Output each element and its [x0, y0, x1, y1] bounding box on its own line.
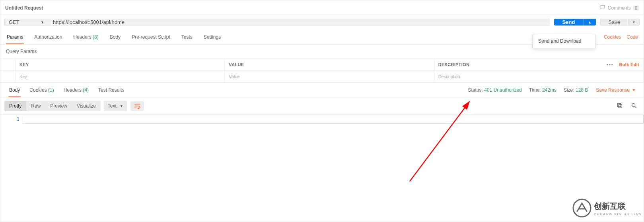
query-params-table: KEY VALUE DESCRIPTION ••• Bulk Edit Key …: [0, 58, 644, 83]
send-dropdown-toggle[interactable]: ▲: [583, 19, 596, 26]
chevron-down-icon: ▼: [41, 20, 44, 24]
tab-headers-count: (8): [93, 34, 99, 40]
value-input[interactable]: Value: [225, 71, 434, 82]
tab-headers[interactable]: Headers (8): [72, 30, 99, 44]
send-dropdown-menu: Send and Download: [532, 34, 596, 48]
row-handle-header: [0, 59, 16, 70]
view-pretty[interactable]: Pretty: [4, 101, 26, 111]
table-row: Key Value Description: [0, 71, 644, 83]
svg-point-5: [573, 199, 591, 217]
method-select[interactable]: GET ▼: [4, 19, 48, 26]
resp-tab-headers[interactable]: Headers (4): [63, 83, 89, 97]
tab-authorization[interactable]: Authorization: [33, 30, 63, 44]
svg-point-2: [632, 103, 635, 106]
code-link[interactable]: Code: [626, 34, 638, 40]
status-group: Status: 401 Unauthorized Time: 242ms Siz…: [468, 87, 588, 93]
tab-tests[interactable]: Tests: [181, 30, 193, 44]
time-value: 242ms: [542, 87, 556, 93]
status-value: 401 Unauthorized: [484, 87, 522, 93]
comments-button[interactable]: Comments 0: [600, 4, 639, 11]
size-label: Size: 128 B: [564, 87, 588, 93]
svg-text:CHUANG XIN HU LIAN: CHUANG XIN HU LIAN: [594, 212, 642, 216]
comment-icon: [600, 4, 605, 11]
send-button-group: Send ▲ Send and Download: [554, 19, 596, 26]
tab-headers-label: Headers: [73, 34, 91, 40]
comments-label: Comments: [608, 5, 631, 11]
wrap-lines-button[interactable]: [130, 101, 144, 111]
time-label: Time: 242ms: [529, 87, 556, 93]
resp-tab-headers-count: (4): [83, 87, 89, 93]
copy-icon[interactable]: [617, 102, 623, 110]
wrap-icon: [134, 103, 141, 109]
code-line[interactable]: [23, 115, 637, 124]
save-dropdown-toggle[interactable]: ▼: [628, 19, 640, 26]
col-key: KEY: [16, 59, 225, 70]
resp-tab-testresults[interactable]: Test Results: [97, 83, 125, 97]
resp-tab-cookies-label: Cookies: [29, 87, 47, 93]
scrollbar[interactable]: [637, 115, 644, 124]
save-response-button[interactable]: Save Response ▼: [596, 87, 636, 93]
row-handle[interactable]: [0, 71, 16, 82]
chevron-down-icon: ▼: [632, 88, 636, 92]
save-button-group: Save ▼: [600, 19, 640, 26]
col-value: VALUE: [225, 59, 434, 70]
url-value: https://localhost:5001/api/home: [53, 19, 125, 25]
save-response-label: Save Response: [596, 87, 630, 93]
content-type-select[interactable]: Text ▼: [104, 101, 127, 111]
svg-line-3: [635, 106, 636, 108]
line-number: 1: [0, 115, 23, 124]
view-mode-segmented: Pretty Raw Preview Visualize: [4, 101, 101, 111]
table-header-row: KEY VALUE DESCRIPTION ••• Bulk Edit: [0, 59, 644, 71]
response-body-pane: 1: [0, 115, 644, 124]
svg-rect-1: [618, 103, 621, 106]
comments-count-badge: 0: [633, 6, 639, 10]
view-visualize[interactable]: Visualize: [72, 101, 101, 111]
method-label: GET: [9, 19, 19, 25]
description-input[interactable]: Description: [434, 71, 644, 82]
tab-body[interactable]: Body: [109, 30, 121, 44]
url-input[interactable]: https://localhost:5001/api/home: [48, 19, 550, 26]
tab-prerequest[interactable]: Pre-request Script: [131, 30, 171, 44]
cookies-link[interactable]: Cookies: [604, 34, 621, 40]
bulk-edit-link[interactable]: Bulk Edit: [619, 62, 639, 67]
watermark-logo: 创新互联 CHUANG XIN HU LIAN: [571, 197, 642, 220]
send-button[interactable]: Send: [554, 19, 584, 26]
resp-tab-headers-label: Headers: [64, 87, 82, 93]
view-preview[interactable]: Preview: [45, 101, 72, 111]
tab-settings[interactable]: Settings: [203, 30, 222, 44]
more-options-icon[interactable]: •••: [607, 62, 614, 67]
resp-tab-cookies-count: (1): [48, 87, 54, 93]
size-value: 128 B: [576, 87, 588, 93]
send-and-download-item[interactable]: Send and Download: [533, 34, 595, 48]
url-row: GET ▼ https://localhost:5001/api/home Se…: [0, 15, 644, 29]
page-title: Untitled Request: [5, 5, 43, 11]
save-button[interactable]: Save: [600, 19, 628, 26]
chevron-down-icon: ▼: [632, 20, 636, 24]
col-description: DESCRIPTION ••• Bulk Edit: [434, 59, 644, 70]
resp-tab-cookies[interactable]: Cookies (1): [29, 83, 54, 97]
search-icon[interactable]: [631, 102, 637, 110]
key-input[interactable]: Key: [16, 71, 225, 82]
chevron-down-icon: ▼: [120, 104, 123, 108]
tab-params[interactable]: Params: [6, 30, 24, 44]
view-raw[interactable]: Raw: [26, 101, 45, 111]
svg-text:创新互联: 创新互联: [593, 202, 626, 210]
col-description-label: DESCRIPTION: [438, 62, 469, 67]
status-label: Status: 401 Unauthorized: [468, 87, 522, 93]
title-row: Untitled Request Comments 0: [0, 0, 644, 15]
response-tabs: Body Cookies (1) Headers (4) Test Result…: [0, 83, 644, 98]
viewer-toolbar: Pretty Raw Preview Visualize Text ▼: [0, 98, 644, 115]
svg-rect-0: [619, 104, 622, 108]
content-type-label: Text: [108, 103, 117, 109]
resp-tab-body[interactable]: Body: [8, 83, 21, 97]
chevron-down-icon: ▲: [588, 20, 591, 24]
